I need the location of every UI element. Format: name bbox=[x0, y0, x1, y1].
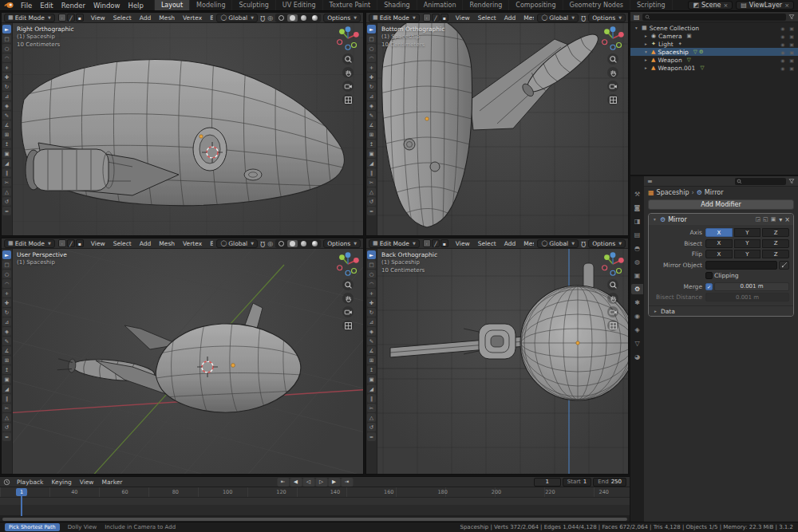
vertex-select-button[interactable]: · bbox=[58, 239, 66, 247]
zoom-icon[interactable] bbox=[342, 53, 354, 65]
bisect-z-button[interactable]: Z bbox=[762, 239, 789, 248]
mode-dropdown[interactable]: ▦Edit Mode▼ bbox=[4, 239, 55, 248]
measure-tool-icon[interactable]: ∡ bbox=[2, 346, 11, 355]
select-box-tool-icon[interactable]: □ bbox=[2, 260, 11, 269]
world-tab-icon[interactable]: ◍ bbox=[631, 257, 643, 267]
timeline-track-area[interactable]: 20406080100120140160180200220240 1 bbox=[0, 487, 630, 522]
axis-x-button[interactable]: X bbox=[705, 228, 733, 237]
mirror-object-field[interactable] bbox=[705, 261, 777, 270]
filter-icon[interactable] bbox=[788, 14, 795, 20]
select-box-tool-icon[interactable]: □ bbox=[2, 34, 11, 43]
realtime-display-icon[interactable]: ◱ bbox=[763, 216, 769, 223]
viewport-menu-item[interactable]: Select bbox=[109, 240, 136, 247]
snap-magnet-icon[interactable]: Ω bbox=[581, 14, 586, 22]
select-circle-tool-icon[interactable]: ○ bbox=[367, 44, 376, 53]
solid-shading-button[interactable] bbox=[287, 14, 298, 22]
viewport-menu-item[interactable]: View bbox=[87, 14, 109, 22]
bevel-tool-icon[interactable]: ◢ bbox=[367, 159, 376, 167]
transform-tool-icon[interactable]: ◈ bbox=[367, 327, 376, 336]
edge-select-button[interactable]: ╱ bbox=[67, 239, 75, 247]
tweak-tool-icon[interactable]: ► bbox=[367, 25, 376, 33]
material-shading-button[interactable] bbox=[298, 240, 309, 247]
scale-tool-icon[interactable]: ⊿ bbox=[2, 92, 11, 100]
viewport-menu-item[interactable]: Select bbox=[474, 240, 500, 247]
jump-to-start-button[interactable]: ⇤ bbox=[277, 478, 289, 487]
add-modifier-button[interactable]: Add Modifier bbox=[648, 199, 794, 210]
modifier-extras-icon[interactable]: ▾ bbox=[779, 216, 782, 223]
viewport-menu-item[interactable]: Select bbox=[109, 14, 136, 22]
workspace-tab[interactable]: Rendering bbox=[463, 0, 509, 10]
timeline-menu-item[interactable]: Playback bbox=[13, 479, 47, 486]
visibility-toggles[interactable]: ◉ ▣ bbox=[780, 49, 796, 55]
transform-orientation-dropdown[interactable]: ◯Global▼ bbox=[537, 14, 579, 22]
select-circle-tool-icon[interactable]: ○ bbox=[2, 270, 11, 278]
rotate-tool-icon[interactable]: ↻ bbox=[2, 82, 11, 91]
render-display-icon[interactable]: ▣ bbox=[771, 216, 777, 223]
physics-tab-icon[interactable]: ◉ bbox=[631, 311, 643, 321]
poly-build-tool-icon[interactable]: △ bbox=[2, 187, 11, 196]
timeline-menu-item[interactable]: Keying bbox=[47, 479, 75, 486]
vertex-select-button[interactable]: · bbox=[423, 239, 431, 247]
poly-build-tool-icon[interactable]: △ bbox=[367, 187, 376, 196]
smooth-tool-icon[interactable]: ≈ bbox=[2, 432, 11, 441]
viewport-menu-item[interactable]: View bbox=[452, 240, 474, 247]
viewport-canvas[interactable]: Right Orthographic (1) Spaceship 10 Cent… bbox=[13, 23, 363, 235]
mode-dropdown[interactable]: ▦Edit Mode▼ bbox=[4, 14, 55, 22]
camera-view-icon[interactable] bbox=[342, 81, 354, 92]
viewport-menu-item[interactable]: Mesh bbox=[155, 14, 179, 22]
outliner-row[interactable]: ▾ ▦ Scene Collection ◉ ▣ bbox=[630, 24, 798, 32]
workspace-tab[interactable]: Compositing bbox=[509, 0, 563, 10]
edge-select-button[interactable]: ╱ bbox=[67, 14, 75, 22]
bevel-tool-icon[interactable]: ◢ bbox=[2, 384, 11, 393]
ortho-toggle-icon[interactable] bbox=[342, 94, 354, 105]
scale-tool-icon[interactable]: ⊿ bbox=[367, 317, 376, 326]
scale-tool-icon[interactable]: ⊿ bbox=[367, 92, 376, 100]
cursor-tool-icon[interactable]: + bbox=[2, 63, 11, 72]
outliner-row[interactable]: ▸ ▲ Weapon ▽ ◉ ▣ bbox=[630, 56, 798, 64]
visibility-toggles[interactable]: ◉ ▣ bbox=[780, 26, 796, 31]
rotate-tool-icon[interactable]: ↻ bbox=[2, 308, 11, 317]
remove-view-layer-icon[interactable]: × bbox=[784, 2, 789, 9]
cursor-tool-icon[interactable]: + bbox=[367, 63, 376, 72]
outliner-editor-icon[interactable]: ▤ bbox=[634, 14, 640, 21]
transform-tool-icon[interactable]: ◈ bbox=[367, 101, 376, 110]
viewport-menu-item[interactable]: Mesh bbox=[155, 240, 179, 247]
viewport-menu-item[interactable]: Edge bbox=[206, 240, 213, 247]
data-tab-icon[interactable]: ▽ bbox=[631, 338, 643, 349]
proportional-edit-icon[interactable]: ◎ bbox=[267, 240, 273, 247]
outliner-row[interactable]: ▸ ◉ Camera ▣ ◉ ▣ bbox=[630, 32, 798, 40]
annotate-tool-icon[interactable]: ✎ bbox=[367, 337, 376, 345]
output-tab-icon[interactable]: ◨ bbox=[631, 216, 643, 227]
visibility-toggles[interactable]: ◉ ▣ bbox=[780, 33, 796, 39]
edge-select-button[interactable]: ╱ bbox=[432, 239, 440, 247]
smooth-tool-icon[interactable]: ≈ bbox=[367, 432, 376, 441]
workspace-tab[interactable]: Modeling bbox=[190, 0, 232, 10]
zoom-icon[interactable] bbox=[607, 279, 618, 290]
options-dropdown[interactable]: Options▼ bbox=[588, 239, 626, 248]
viewport-menu-item[interactable]: Mesh bbox=[519, 14, 534, 22]
loop-cut-tool-icon[interactable]: ‖ bbox=[367, 394, 376, 403]
select-box-tool-icon[interactable]: □ bbox=[367, 260, 376, 269]
pan-hand-icon[interactable] bbox=[607, 293, 618, 304]
zoom-icon[interactable] bbox=[607, 53, 618, 65]
render-tab-icon[interactable]: ◙ bbox=[631, 203, 643, 213]
loop-cut-tool-icon[interactable]: ‖ bbox=[2, 394, 11, 403]
view-layer-tab-icon[interactable]: ▤ bbox=[631, 230, 643, 240]
transform-orientation-dropdown[interactable]: ◯Global▼ bbox=[216, 14, 258, 22]
bevel-tool-icon[interactable]: ◢ bbox=[2, 159, 11, 167]
start-frame-field[interactable]: Start1 bbox=[563, 478, 592, 487]
knife-tool-icon[interactable]: ✂ bbox=[2, 178, 11, 187]
rendered-shading-button[interactable] bbox=[310, 240, 320, 247]
smooth-tool-icon[interactable]: ≈ bbox=[2, 207, 11, 215]
outliner-row[interactable]: ▾ ▲ Spaceship ▽ ⚙ ◉ ▣ bbox=[630, 48, 798, 56]
bisect-y-button[interactable]: Y bbox=[734, 239, 761, 248]
timeline-tracks[interactable] bbox=[0, 498, 630, 516]
cursor-tool-icon[interactable]: + bbox=[2, 289, 11, 298]
move-tool-icon[interactable]: ✚ bbox=[2, 298, 11, 307]
merge-checkbox[interactable]: ✓ bbox=[705, 283, 713, 290]
options-dropdown[interactable]: Options▼ bbox=[323, 14, 361, 22]
mode-dropdown[interactable]: ▦Edit Mode▼ bbox=[369, 14, 420, 22]
mode-dropdown[interactable]: ▦Edit Mode▼ bbox=[369, 239, 420, 248]
spin-tool-icon[interactable]: ↺ bbox=[367, 197, 376, 206]
snap-magnet-icon[interactable]: Ω bbox=[260, 14, 265, 22]
